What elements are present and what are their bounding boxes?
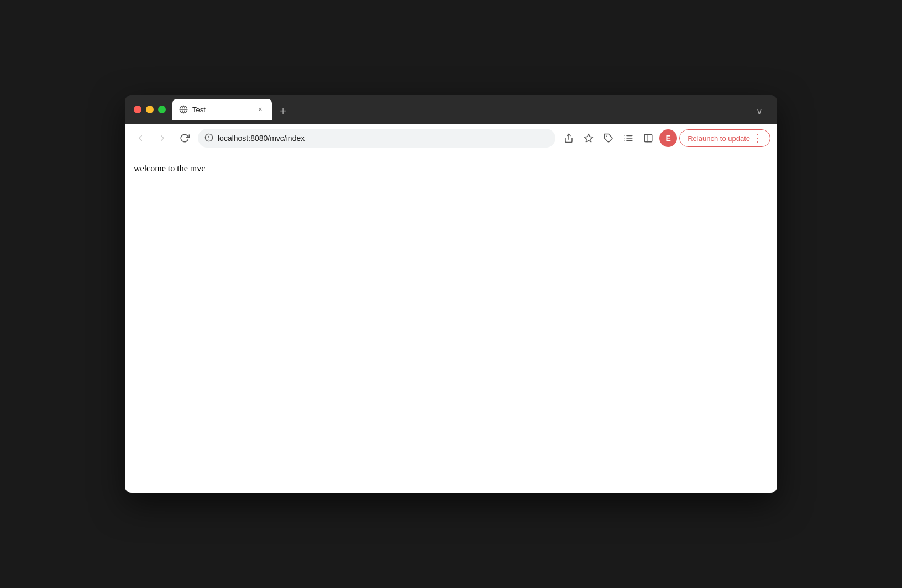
relaunch-button[interactable]: Relaunch to update ⋮ — [679, 129, 770, 147]
maximize-button[interactable] — [158, 106, 166, 113]
sidebar-button[interactable] — [639, 129, 657, 147]
forward-button[interactable] — [154, 129, 171, 147]
traffic-lights — [134, 106, 166, 113]
bookmark-button[interactable] — [580, 129, 597, 147]
back-button[interactable] — [132, 129, 149, 147]
page-text: welcome to the mvc — [134, 164, 768, 174]
svg-rect-14 — [644, 134, 652, 142]
page-content: welcome to the mvc — [125, 153, 777, 493]
active-tab[interactable]: Test × — [172, 99, 272, 120]
tab-favicon-icon — [179, 105, 188, 114]
tab-close-button[interactable]: × — [255, 104, 265, 114]
tab-bar: Test × + ∨ — [172, 99, 768, 120]
browser-window: Test × + ∨ — [125, 95, 777, 493]
new-tab-button[interactable]: + — [274, 102, 292, 120]
share-button[interactable] — [560, 129, 578, 147]
title-bar: Test × + ∨ — [125, 95, 777, 124]
media-button[interactable] — [620, 129, 637, 147]
extensions-button[interactable] — [600, 129, 617, 147]
svg-marker-6 — [585, 134, 593, 142]
url-display: localhost:8080/mvc/index — [218, 134, 549, 143]
reload-button[interactable] — [176, 129, 193, 147]
profile-letter: E — [666, 134, 671, 143]
tab-list-button[interactable]: ∨ — [751, 102, 768, 120]
nav-bar: localhost:8080/mvc/index — [125, 124, 777, 153]
info-icon — [204, 133, 213, 144]
relaunch-label: Relaunch to update — [688, 134, 750, 143]
url-text: localhost:8080/mvc/index — [218, 134, 305, 143]
address-bar[interactable]: localhost:8080/mvc/index — [198, 129, 555, 148]
nav-actions: E Relaunch to update ⋮ — [560, 129, 770, 147]
close-button[interactable] — [134, 106, 141, 113]
relaunch-more-icon: ⋮ — [752, 132, 762, 144]
tab-title: Test — [192, 106, 251, 114]
profile-button[interactable]: E — [659, 129, 677, 147]
minimize-button[interactable] — [146, 106, 154, 113]
